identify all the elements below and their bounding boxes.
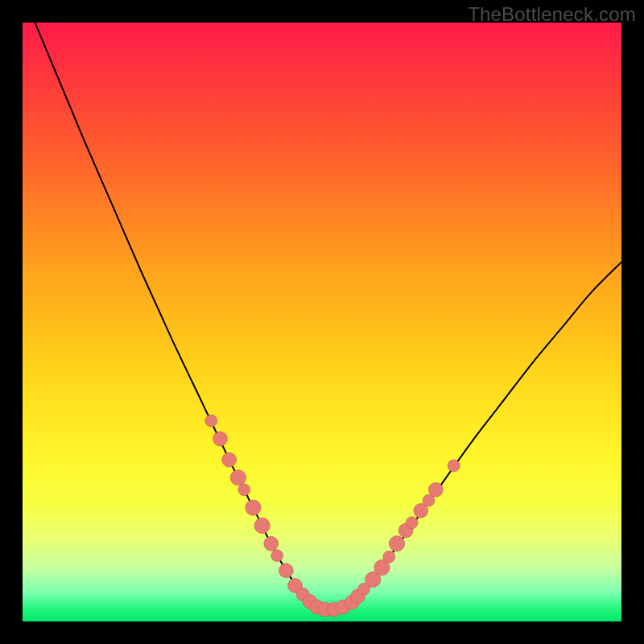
data-marker	[264, 536, 279, 551]
data-marker	[222, 452, 237, 467]
data-marker	[448, 460, 460, 472]
chart-svg	[23, 23, 621, 621]
marker-group	[205, 415, 460, 617]
data-marker	[406, 517, 418, 529]
data-marker	[213, 431, 228, 446]
data-marker	[383, 551, 395, 563]
data-marker	[428, 482, 443, 497]
data-marker	[279, 564, 293, 578]
data-marker	[238, 484, 250, 496]
data-marker	[271, 550, 283, 562]
bottleneck-curve	[23, 0, 621, 610]
data-marker	[205, 415, 217, 427]
outer-frame: TheBottleneck.com	[0, 0, 644, 644]
plot-area	[23, 23, 621, 621]
data-marker	[389, 536, 404, 551]
data-marker	[254, 518, 270, 533]
watermark-text: TheBottleneck.com	[468, 3, 636, 26]
data-marker	[230, 470, 246, 485]
data-marker	[246, 500, 261, 515]
